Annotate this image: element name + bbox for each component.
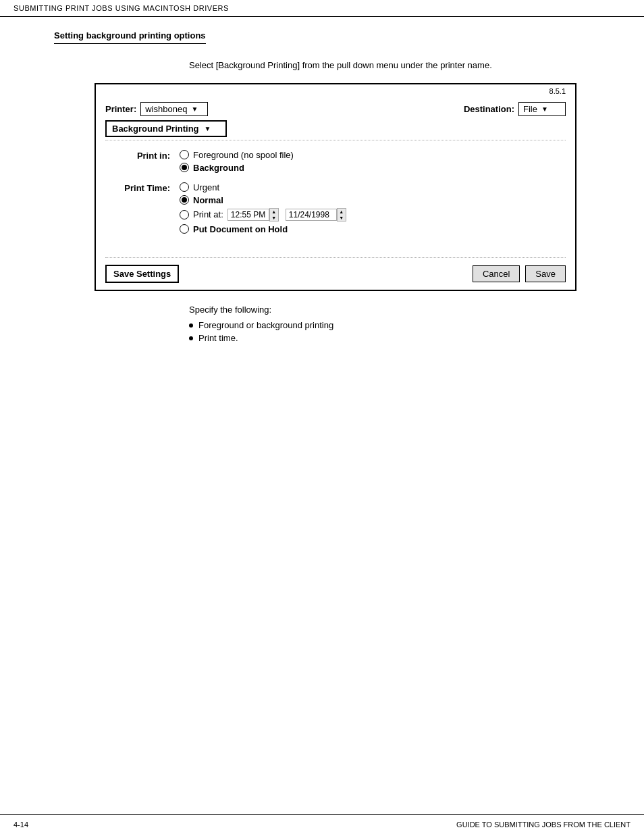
bg-printing-arrow-icon: ▼ (205, 125, 211, 132)
radio-normal[interactable]: Normal (180, 195, 346, 205)
specify-intro: Specify the following: (189, 305, 590, 315)
printer-label: Printer: (105, 104, 136, 114)
header-text: SUBMITTING PRINT JOBS USING MACINTOSH DR… (14, 4, 229, 12)
bg-printing-row: Background Printing ▼ (96, 120, 575, 140)
specify-section: Specify the following: Foreground or bac… (189, 305, 590, 343)
radio-normal-label: Normal (193, 195, 223, 205)
bullet-dot-icon (189, 323, 193, 328)
destination-section: Destination: File ▼ (464, 102, 566, 116)
radio-hold-label: Put Document on Hold (193, 224, 288, 234)
print-time-label: Print Time: (119, 182, 180, 234)
radio-normal-circle (180, 195, 189, 205)
time-stepper-up[interactable]: ▲ (270, 209, 278, 215)
printer-value: wishboneq (145, 104, 187, 114)
bullet-list: Foreground or background printing Print … (189, 320, 590, 343)
print-time-group: Print Time: Urgent Normal (119, 182, 552, 234)
dialog-wrapper: 8.5.1 Printer: wishboneq ▼ Destination: (95, 83, 576, 291)
bullet-item-time: Print time. (189, 333, 590, 343)
date-input[interactable] (286, 209, 337, 221)
intro-text: Select [Background Printing] from the pu… (189, 59, 590, 72)
print-in-choices: Foreground (no spool file) Background (180, 150, 294, 173)
dialog-box: 8.5.1 Printer: wishboneq ▼ Destination: (95, 83, 576, 291)
time-stepper: ▲ ▼ (269, 208, 279, 221)
page-container: SUBMITTING PRINT JOBS USING MACINTOSH DR… (0, 0, 644, 834)
print-time-choices: Urgent Normal Print at: (180, 182, 346, 234)
print-in-group: Print in: Foreground (no spool file) Bac… (119, 150, 552, 173)
radio-hold-circle (180, 224, 189, 234)
destination-value: File (523, 104, 537, 114)
radio-print-at-circle (180, 210, 189, 219)
save-settings-button[interactable]: Save Settings (105, 265, 179, 283)
print-in-label: Print in: (119, 150, 180, 173)
save-button[interactable]: Save (525, 265, 566, 282)
page-header: SUBMITTING PRINT JOBS USING MACINTOSH DR… (0, 0, 644, 17)
footer-right-buttons: Cancel Save (473, 265, 566, 282)
version-text: 8.5.1 (549, 87, 566, 95)
radio-print-at-label: Print at: (193, 209, 223, 219)
printer-arrow-icon: ▼ (191, 105, 198, 113)
time-stepper-down[interactable]: ▼ (270, 215, 278, 221)
date-input-group: ▲ ▼ (286, 208, 346, 221)
date-stepper-down[interactable]: ▼ (338, 215, 346, 221)
printer-section: Printer: wishboneq ▼ (105, 102, 208, 116)
footer-left: 4-14 (14, 820, 28, 829)
radio-background[interactable]: Background (180, 163, 294, 173)
radio-urgent[interactable]: Urgent (180, 182, 346, 192)
time-input[interactable] (227, 209, 269, 221)
radio-urgent-circle (180, 182, 189, 192)
time-input-group: ▲ ▼ (227, 208, 279, 221)
destination-dropdown[interactable]: File ▼ (518, 102, 566, 116)
page-footer: 4-14 GUIDE TO SUBMITTING JOBS FROM THE C… (0, 814, 644, 834)
date-stepper: ▲ ▼ (337, 208, 346, 221)
cancel-button[interactable]: Cancel (473, 265, 520, 282)
footer-right: GUIDE TO SUBMITTING JOBS FROM THE CLIENT (456, 820, 630, 829)
dialog-content-area: Print in: Foreground (no spool file) Bac… (105, 140, 566, 258)
radio-foreground-label: Foreground (no spool file) (193, 150, 294, 160)
radio-print-at[interactable]: Print at: ▲ ▼ (180, 208, 346, 221)
bg-printing-dropdown[interactable]: Background Printing ▼ (105, 120, 227, 137)
radio-urgent-label: Urgent (193, 182, 219, 192)
destination-label: Destination: (464, 104, 514, 114)
radio-background-circle (180, 163, 189, 172)
radio-background-label: Background (193, 163, 244, 173)
destination-arrow-icon: ▼ (541, 105, 548, 113)
dialog-footer: Save Settings Cancel Save (96, 258, 575, 290)
bullet-item-foreground: Foreground or background printing (189, 320, 590, 330)
radio-foreground[interactable]: Foreground (no spool file) (180, 150, 294, 160)
section-title: Setting background printing options (54, 30, 206, 44)
bullet-dot-icon-2 (189, 336, 193, 340)
radio-foreground-circle (180, 150, 189, 159)
dialog-version-row: 8.5.1 (96, 84, 575, 95)
date-stepper-up[interactable]: ▲ (338, 209, 346, 215)
bg-printing-label: Background Printing (112, 124, 199, 134)
printer-dropdown[interactable]: wishboneq ▼ (140, 102, 208, 116)
bullet-item-foreground-text: Foreground or background printing (198, 320, 333, 330)
radio-hold[interactable]: Put Document on Hold (180, 224, 346, 234)
bullet-item-time-text: Print time. (198, 333, 238, 343)
dialog-header-row: Printer: wishboneq ▼ Destination: File ▼ (96, 95, 575, 120)
main-content: Setting background printing options Sele… (0, 17, 644, 814)
